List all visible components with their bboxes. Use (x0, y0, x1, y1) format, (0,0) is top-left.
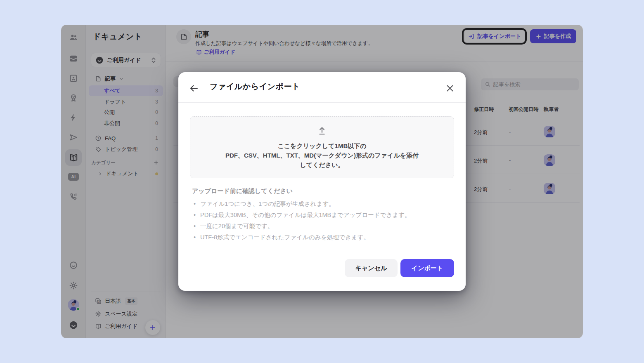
cancel-button[interactable]: キャンセル (345, 259, 398, 277)
dropzone-instructions: ここをクリックして1MB以下の PDF、CSV、HTML、TXT、MD(マークダ… (225, 141, 419, 170)
file-dropzone[interactable]: ここをクリックして1MB以下の PDF、CSV、HTML、TXT、MD(マークダ… (190, 116, 454, 178)
upload-checklist: ファイル1つにつき、1つの記事が生成されます。 PDFは最大30MB、その他のフ… (192, 198, 452, 243)
modal-title: ファイルからインポート (210, 81, 300, 92)
dropzone-line: ここをクリックして1MB以下の (225, 141, 419, 151)
upload-icon (317, 125, 327, 136)
confirm-import-button[interactable]: インポート (400, 259, 454, 277)
highlight-ring (462, 28, 527, 45)
import-modal: ファイルからインポート ここをクリックして1MB以下の PDF、CSV、HTML… (178, 72, 466, 291)
checklist-title: アップロード前に確認してください (192, 187, 293, 195)
checklist-item: UTF-8形式でエンコードされたファイルのみを処理できます。 (192, 232, 452, 243)
checklist-item: PDFは最大30MB、その他のファイルは最大1MBまでアップロードできます。 (192, 210, 452, 221)
dropzone-line: PDF、CSV、HTML、TXT、MD(マークダウン)形式のファイルを添付 (225, 151, 419, 160)
dropzone-line: してください。 (225, 160, 419, 170)
checklist-item: 一度に20個まで可能です。 (192, 221, 452, 232)
close-icon[interactable] (445, 83, 455, 93)
modal-header-divider (178, 102, 466, 103)
back-arrow-icon[interactable] (189, 83, 199, 93)
checklist-item: ファイル1つにつき、1つの記事が生成されます。 (192, 198, 452, 210)
